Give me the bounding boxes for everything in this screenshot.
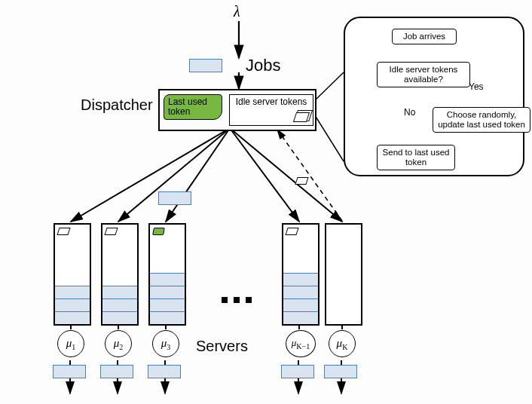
server-2-token-icon <box>104 228 118 235</box>
dispatcher-label: Dispatcher <box>81 96 153 114</box>
flowchart-container: Job arrives Idle server tokens available… <box>344 17 524 176</box>
server-3-last-used-icon <box>152 228 165 235</box>
dispatcher-box: Last used token Idle server tokens <box>158 89 316 131</box>
token-stack-icon <box>293 112 310 122</box>
server-k-1 <box>282 223 320 326</box>
job-rect-out-k-1 <box>281 365 314 378</box>
server-1-queue <box>55 286 90 324</box>
server-1-token-icon <box>57 228 70 235</box>
svg-line-3 <box>118 128 230 222</box>
svg-line-2 <box>71 128 230 222</box>
mu-k: μK <box>329 330 356 357</box>
lambda-symbol: λ <box>234 3 240 20</box>
flow-send-last-label: Send to last used token <box>383 148 450 167</box>
idle-server-tokens-box: Idle server tokens <box>229 94 313 126</box>
job-rect-out-3 <box>148 365 181 378</box>
job-rect-incoming <box>189 59 222 72</box>
server-1 <box>54 223 91 326</box>
servers-label: Servers <box>196 338 248 355</box>
mu-3: μ3 <box>152 330 179 357</box>
last-used-token-box: Last used token <box>164 94 222 120</box>
idle-server-tokens-label: Idle server tokens <box>236 96 307 107</box>
server-3-queue <box>150 273 185 324</box>
svg-line-19 <box>313 113 344 161</box>
flow-no-label: No <box>404 107 415 118</box>
job-rect-out-1 <box>53 365 86 378</box>
flow-choose-randomly: Choose randomly, update last used token <box>433 107 530 133</box>
server-3 <box>148 223 186 326</box>
flow-idle-available: Idle server tokens available? <box>377 62 470 87</box>
server-k <box>325 223 362 326</box>
ellipsis-dots <box>219 294 255 305</box>
server-2 <box>101 223 139 326</box>
server-2-queue <box>102 286 137 324</box>
mu-k-1: μK−1 <box>286 330 316 357</box>
server-k-1-queue <box>283 273 318 324</box>
svg-line-4 <box>166 128 230 222</box>
job-rect-out-2 <box>100 365 133 378</box>
flow-job-arrives-label: Job arrives <box>403 32 445 41</box>
svg-line-18 <box>313 72 344 102</box>
job-rect-out-k <box>324 365 357 378</box>
server-k-1-token-icon <box>285 228 298 235</box>
jobs-label: Jobs <box>246 56 280 75</box>
flow-send-last: Send to last used token <box>377 145 455 170</box>
mu-2: μ2 <box>105 330 132 357</box>
svg-line-5 <box>230 128 299 222</box>
last-used-token-label: Last used token <box>168 96 207 117</box>
flow-job-arrives: Job arrives <box>392 29 457 44</box>
job-rect-inflight <box>158 191 191 205</box>
flow-idle-available-label: Idle server tokens available? <box>390 65 458 84</box>
flow-choose-randomly-label: Choose randomly, update last used token <box>438 110 525 129</box>
svg-line-6 <box>230 128 342 222</box>
mu-1: μ1 <box>57 330 84 357</box>
flow-yes-label: Yes <box>469 81 484 92</box>
